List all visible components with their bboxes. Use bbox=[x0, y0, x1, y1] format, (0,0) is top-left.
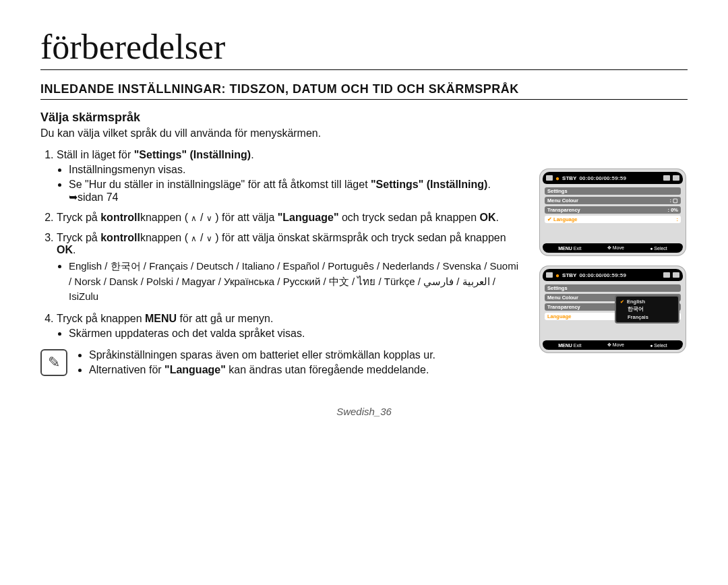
bot-menu-label: MENU Exit bbox=[558, 343, 581, 348]
step-3: Tryck på kontrollknappen ( ∧ / ∨ ) för a… bbox=[57, 232, 519, 305]
record-dot-icon: ● bbox=[555, 272, 559, 279]
step-1-bullet-1: Inställningsmenyn visas. bbox=[69, 164, 519, 176]
timecode-label: 00:00:00/00:59:59 bbox=[579, 175, 626, 181]
camera-icon bbox=[546, 272, 553, 278]
step-4-bullet: Skärmen uppdateras och det valda språket… bbox=[69, 328, 519, 340]
step-2: Tryck på kontrollknappen ( ∧ / ∨ ) för a… bbox=[57, 212, 519, 224]
card-icon bbox=[663, 175, 670, 181]
step-1-bullet-2: Se "Hur du ställer in inställningsläge" … bbox=[69, 179, 519, 204]
bot-select-label: ● Select bbox=[650, 246, 667, 251]
record-dot-icon: ● bbox=[555, 175, 559, 182]
subsection-heading: Välja skärmspråk bbox=[40, 111, 688, 125]
note-2: Alternativen för "Language" kan ändras u… bbox=[89, 364, 435, 376]
popup-option-english: ✔English bbox=[617, 298, 677, 305]
stby-label: STBY bbox=[562, 272, 576, 278]
step-4: Tryck på knappen MENU för att gå ur meny… bbox=[57, 313, 519, 340]
bot-select-label: ● Select bbox=[650, 343, 667, 348]
card-icon bbox=[663, 272, 670, 278]
note-block: ✎ Språkinställningen sparas även om batt… bbox=[40, 349, 519, 379]
preview-screen-2: ● STBY 00:00:00/00:59:59 Settings Menu C… bbox=[539, 266, 686, 353]
menu-row-colour: Menu Colour: ▢ bbox=[545, 197, 681, 204]
bot-move-label: ✥ Move bbox=[607, 342, 624, 348]
preview-screen-1: ● STBY 00:00:00/00:59:59 Settings Menu C… bbox=[539, 168, 686, 256]
bot-menu-label: MENU Exit bbox=[558, 246, 581, 251]
popup-option-francais: Français bbox=[617, 313, 677, 321]
page-title: förberedelser bbox=[40, 27, 688, 70]
steps-list: Ställ in läget för "Settings" (Inställni… bbox=[40, 149, 519, 340]
popup-option-korean: 한국어 bbox=[617, 305, 677, 313]
page-footer: Swedish_36 bbox=[40, 406, 688, 417]
bot-move-label: ✥ Move bbox=[607, 245, 624, 251]
intro-text: Du kan välja vilket språk du vill använd… bbox=[40, 127, 688, 140]
battery-icon bbox=[673, 272, 679, 278]
language-popup: ✔English 한국어 Français bbox=[615, 295, 679, 324]
section-heading: INLEDANDE INSTÄLLNINGAR: TIDSZON, DATUM … bbox=[40, 82, 688, 100]
menu-row-settings: Settings bbox=[545, 187, 681, 195]
step-1: Ställ in läget för "Settings" (Inställni… bbox=[57, 149, 519, 204]
timecode-label: 00:00:00/00:59:59 bbox=[579, 272, 626, 278]
menu-row-settings: Settings bbox=[545, 284, 681, 292]
note-1: Språkinställningen sparas även om batter… bbox=[89, 349, 435, 361]
note-icon: ✎ bbox=[40, 349, 67, 376]
battery-icon bbox=[673, 175, 679, 181]
menu-row-language: ✔ Language: bbox=[545, 216, 681, 223]
stby-label: STBY bbox=[562, 175, 576, 181]
camera-icon bbox=[546, 175, 553, 181]
menu-row-transparency: Transparency: 0% bbox=[545, 206, 681, 214]
language-list: English / 한국어 / Français / Deutsch / Ita… bbox=[69, 259, 519, 305]
